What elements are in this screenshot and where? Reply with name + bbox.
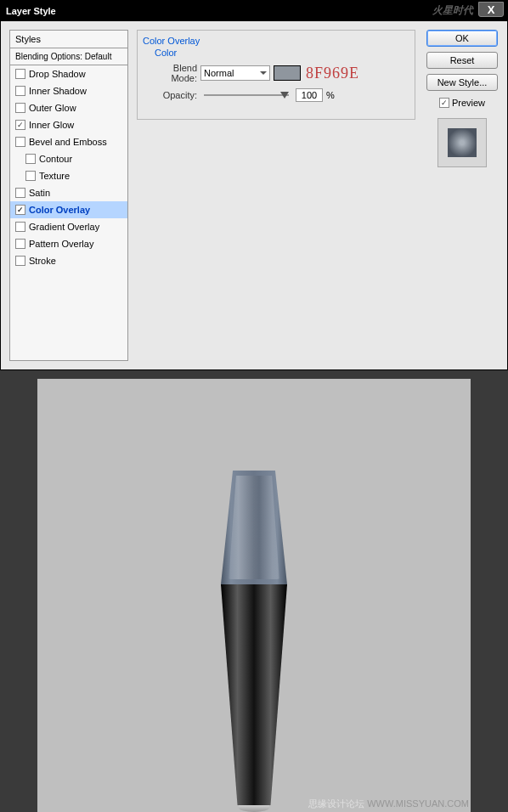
layer-style-dialog: Layer Style 火星时代 X Styles Blending Optio… bbox=[0, 0, 508, 370]
opacity-input[interactable] bbox=[296, 88, 323, 102]
style-label: Gradient Overlay bbox=[29, 222, 99, 232]
style-row-gradient-overlay[interactable]: Gradient Overlay bbox=[10, 218, 127, 235]
preview-label: Preview bbox=[452, 98, 485, 108]
artwork-tube bbox=[221, 584, 287, 805]
style-label: Stroke bbox=[29, 256, 56, 266]
style-checkbox[interactable] bbox=[15, 188, 25, 198]
style-label: Outer Glow bbox=[29, 103, 76, 113]
slider-thumb-icon[interactable] bbox=[280, 92, 289, 99]
style-row-stroke[interactable]: Stroke bbox=[10, 252, 127, 269]
style-label: Color Overlay bbox=[29, 205, 90, 215]
style-label: Drop Shadow bbox=[29, 69, 86, 79]
style-label: Texture bbox=[39, 171, 70, 181]
style-checkbox[interactable] bbox=[15, 69, 25, 79]
close-button[interactable]: X bbox=[478, 2, 504, 17]
settings-panel: Color Overlay Color Blend Mode: Normal 8… bbox=[137, 30, 415, 361]
section-subtitle: Color bbox=[155, 48, 406, 58]
styles-panel: Styles Blending Options: Default Drop Sh… bbox=[9, 30, 128, 361]
styles-header[interactable]: Styles bbox=[10, 31, 127, 48]
style-row-drop-shadow[interactable]: Drop Shadow bbox=[10, 65, 127, 82]
canvas-area: 思缘设计论坛 WWW.MISSYUAN.COM bbox=[0, 370, 508, 812]
style-checkbox[interactable] bbox=[15, 86, 25, 96]
buttons-panel: OK Reset New Style... Preview bbox=[424, 30, 500, 361]
dialog-title: Layer Style bbox=[6, 6, 56, 16]
style-row-inner-shadow[interactable]: Inner Shadow bbox=[10, 82, 127, 99]
style-checkbox[interactable] bbox=[15, 256, 25, 266]
style-row-pattern-overlay[interactable]: Pattern Overlay bbox=[10, 235, 127, 252]
artwork-cap bbox=[221, 471, 287, 584]
dialog-body: Styles Blending Options: Default Drop Sh… bbox=[1, 21, 507, 369]
style-label: Pattern Overlay bbox=[29, 239, 93, 249]
style-checkbox[interactable] bbox=[25, 154, 36, 164]
style-label: Contour bbox=[39, 154, 72, 164]
style-checkbox[interactable] bbox=[15, 103, 25, 113]
preview-checkbox[interactable] bbox=[439, 98, 449, 108]
blend-mode-label: Blend Mode: bbox=[146, 63, 197, 83]
style-row-outer-glow[interactable]: Outer Glow bbox=[10, 99, 127, 116]
style-row-satin[interactable]: Satin bbox=[10, 184, 127, 201]
style-row-bevel-and-emboss[interactable]: Bevel and Emboss bbox=[10, 133, 127, 150]
blend-mode-select[interactable]: Normal bbox=[200, 65, 270, 81]
blend-mode-value: Normal bbox=[204, 68, 234, 78]
opacity-slider[interactable] bbox=[204, 94, 289, 96]
style-label: Inner Shadow bbox=[29, 86, 87, 96]
style-label: Bevel and Emboss bbox=[29, 137, 107, 147]
preview-toggle[interactable]: Preview bbox=[439, 98, 485, 108]
footer-credit: 思缘设计论坛 WWW.MISSYUAN.COM bbox=[308, 798, 469, 810]
color-hex-label: 8F969E bbox=[306, 65, 359, 82]
ok-button[interactable]: OK bbox=[426, 30, 498, 47]
section-title: Color Overlay bbox=[143, 36, 406, 46]
opacity-label: Opacity: bbox=[146, 90, 197, 100]
document-canvas[interactable] bbox=[37, 379, 471, 812]
style-label: Satin bbox=[29, 188, 50, 198]
style-checkbox[interactable] bbox=[15, 239, 25, 249]
chevron-down-icon bbox=[260, 71, 267, 75]
titlebar[interactable]: Layer Style 火星时代 X bbox=[1, 1, 507, 21]
blending-options-row[interactable]: Blending Options: Default bbox=[10, 48, 127, 65]
new-style-button[interactable]: New Style... bbox=[426, 74, 498, 91]
style-checkbox[interactable] bbox=[15, 222, 25, 232]
style-label: Inner Glow bbox=[29, 120, 74, 130]
style-row-inner-glow[interactable]: Inner Glow bbox=[10, 116, 127, 133]
opacity-unit: % bbox=[326, 90, 335, 100]
color-swatch[interactable] bbox=[274, 65, 301, 81]
style-checkbox[interactable] bbox=[25, 171, 36, 181]
style-checkbox[interactable] bbox=[15, 120, 25, 130]
style-row-color-overlay[interactable]: Color Overlay bbox=[10, 201, 127, 218]
style-row-texture[interactable]: Texture bbox=[10, 167, 127, 184]
preview-swatch bbox=[448, 128, 477, 157]
style-checkbox[interactable] bbox=[15, 137, 25, 147]
reset-button[interactable]: Reset bbox=[426, 52, 498, 69]
watermark-text: 火星时代 bbox=[432, 3, 473, 18]
style-checkbox[interactable] bbox=[15, 205, 25, 215]
artwork-object bbox=[221, 471, 287, 812]
preview-thumbnail bbox=[437, 118, 487, 167]
color-overlay-fieldset: Color Overlay Color Blend Mode: Normal 8… bbox=[137, 30, 415, 120]
style-row-contour[interactable]: Contour bbox=[10, 150, 127, 167]
